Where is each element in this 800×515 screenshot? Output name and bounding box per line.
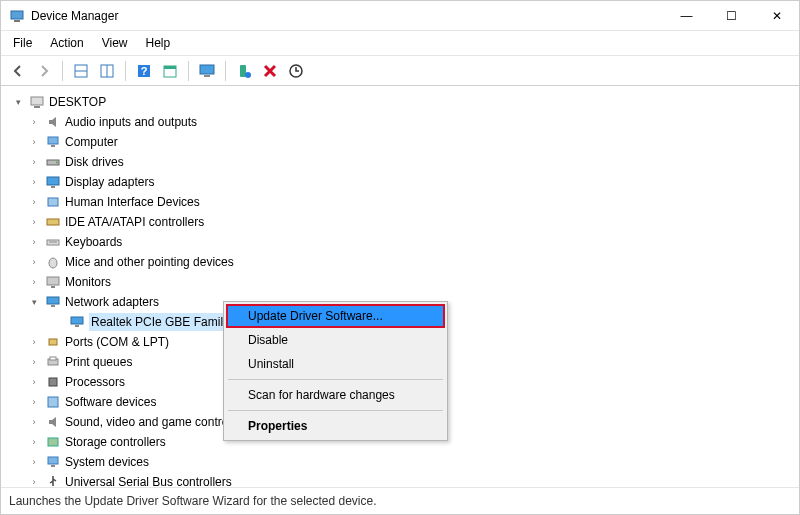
- network-icon: [45, 294, 61, 310]
- ctx-uninstall[interactable]: Uninstall: [226, 352, 445, 376]
- toolbar: ?: [1, 56, 799, 86]
- tree-root-label: DESKTOP: [49, 93, 106, 111]
- svg-rect-17: [48, 137, 58, 144]
- tree-node-computer[interactable]: ›Computer: [5, 132, 795, 152]
- tree-node-hid[interactable]: ›Human Interface Devices: [5, 192, 795, 212]
- display-icon: [45, 174, 61, 190]
- tree-node-ide[interactable]: ›IDE ATA/ATAPI controllers: [5, 212, 795, 232]
- svg-rect-24: [47, 219, 59, 225]
- tree-node-monitors[interactable]: ›Monitors: [5, 272, 795, 292]
- svg-point-20: [56, 162, 58, 164]
- menu-action[interactable]: Action: [48, 34, 85, 52]
- svg-rect-34: [49, 339, 57, 345]
- toolbar-calendar-icon[interactable]: [159, 60, 181, 82]
- tree-root[interactable]: ▾ DESKTOP: [5, 92, 795, 112]
- chevron-right-icon[interactable]: ›: [27, 233, 41, 251]
- tree-node-mice[interactable]: ›Mice and other pointing devices: [5, 252, 795, 272]
- tree-node-system[interactable]: ›System devices: [5, 452, 795, 472]
- svg-rect-41: [51, 465, 55, 467]
- statusbar: Launches the Update Driver Software Wiza…: [1, 487, 799, 514]
- ctx-separator: [228, 379, 443, 380]
- chevron-down-icon[interactable]: ▾: [27, 293, 41, 311]
- menubar: File Action View Help: [1, 31, 799, 56]
- ctx-scan-hardware[interactable]: Scan for hardware changes: [226, 383, 445, 407]
- toolbar-grid1-icon[interactable]: [70, 60, 92, 82]
- context-menu: Update Driver Software... Disable Uninst…: [223, 301, 448, 441]
- titlebar-left: Device Manager: [9, 8, 118, 24]
- toolbar-update-icon[interactable]: [285, 60, 307, 82]
- chevron-right-icon[interactable]: ›: [27, 473, 41, 486]
- tree-node-audio[interactable]: ›Audio inputs and outputs: [5, 112, 795, 132]
- tree-node-disk[interactable]: ›Disk drives: [5, 152, 795, 172]
- nic-icon: [69, 314, 85, 330]
- chevron-right-icon[interactable]: ›: [27, 153, 41, 171]
- chevron-right-icon[interactable]: ›: [27, 413, 41, 431]
- audio-icon: [45, 114, 61, 130]
- toolbar-help-icon[interactable]: ?: [133, 60, 155, 82]
- svg-rect-37: [49, 378, 57, 386]
- ctx-disable[interactable]: Disable: [226, 328, 445, 352]
- chevron-right-icon[interactable]: ›: [27, 393, 41, 411]
- chevron-down-icon[interactable]: ▾: [11, 93, 25, 111]
- tree-node-usb[interactable]: ›Universal Serial Bus controllers: [5, 472, 795, 486]
- svg-rect-9: [164, 66, 176, 69]
- menu-help[interactable]: Help: [144, 34, 173, 52]
- status-text: Launches the Update Driver Software Wiza…: [9, 494, 377, 508]
- chevron-right-icon[interactable]: ›: [27, 453, 41, 471]
- svg-rect-29: [51, 286, 55, 288]
- mouse-icon: [45, 254, 61, 270]
- close-button[interactable]: ✕: [754, 1, 799, 31]
- chevron-right-icon[interactable]: ›: [27, 353, 41, 371]
- chevron-right-icon[interactable]: ›: [27, 433, 41, 451]
- minimize-button[interactable]: —: [664, 1, 709, 31]
- toolbar-back-button[interactable]: [7, 60, 29, 82]
- chevron-right-icon[interactable]: ›: [27, 253, 41, 271]
- svg-point-27: [49, 258, 57, 268]
- svg-rect-33: [75, 325, 79, 327]
- chevron-right-icon[interactable]: ›: [27, 273, 41, 291]
- svg-rect-30: [47, 297, 59, 304]
- ctx-update-driver[interactable]: Update Driver Software...: [226, 304, 445, 328]
- titlebar: Device Manager — ☐ ✕: [1, 1, 799, 31]
- toolbar-add-icon[interactable]: [233, 60, 255, 82]
- svg-rect-21: [47, 177, 59, 185]
- menu-view[interactable]: View: [100, 34, 130, 52]
- svg-text:?: ?: [141, 65, 148, 77]
- svg-rect-39: [48, 438, 58, 446]
- svg-rect-38: [48, 397, 58, 407]
- ctx-properties[interactable]: Properties: [226, 414, 445, 438]
- chevron-right-icon[interactable]: ›: [27, 133, 41, 151]
- sound-icon: [45, 414, 61, 430]
- tree-node-display[interactable]: ›Display adapters: [5, 172, 795, 192]
- toolbar-separator: [188, 61, 189, 81]
- cpu-icon: [45, 374, 61, 390]
- monitor-icon: [45, 274, 61, 290]
- tree-node-keyboards[interactable]: ›Keyboards: [5, 232, 795, 252]
- svg-rect-28: [47, 277, 59, 285]
- svg-rect-18: [51, 145, 55, 147]
- chevron-right-icon[interactable]: ›: [27, 373, 41, 391]
- chevron-right-icon[interactable]: ›: [27, 193, 41, 211]
- computer-icon: [29, 94, 45, 110]
- chevron-right-icon[interactable]: ›: [27, 173, 41, 191]
- toolbar-delete-icon[interactable]: [259, 60, 281, 82]
- toolbar-separator: [125, 61, 126, 81]
- ctx-separator: [228, 410, 443, 411]
- svg-rect-36: [50, 357, 56, 360]
- menu-file[interactable]: File: [11, 34, 34, 52]
- chevron-right-icon[interactable]: ›: [27, 213, 41, 231]
- window-controls: — ☐ ✕: [664, 1, 799, 31]
- toolbar-grid2-icon[interactable]: [96, 60, 118, 82]
- toolbar-monitor-icon[interactable]: [196, 60, 218, 82]
- svg-rect-23: [48, 198, 58, 206]
- software-icon: [45, 394, 61, 410]
- window-title: Device Manager: [31, 9, 118, 23]
- svg-point-13: [245, 72, 251, 78]
- chevron-right-icon[interactable]: ›: [27, 113, 41, 131]
- toolbar-forward-button[interactable]: [33, 60, 55, 82]
- svg-rect-40: [48, 457, 58, 464]
- maximize-button[interactable]: ☐: [709, 1, 754, 31]
- svg-rect-22: [51, 186, 55, 188]
- toolbar-separator: [62, 61, 63, 81]
- chevron-right-icon[interactable]: ›: [27, 333, 41, 351]
